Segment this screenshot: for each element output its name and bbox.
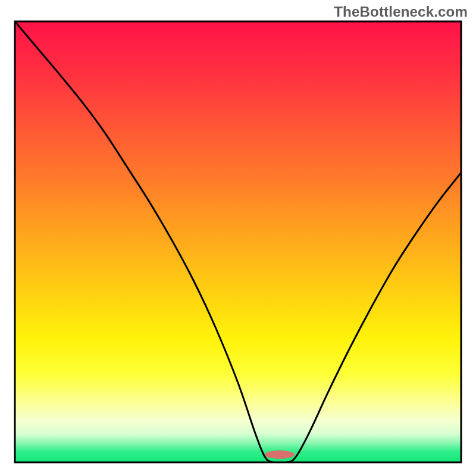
bottleneck-chart bbox=[0, 0, 476, 476]
gradient-background bbox=[15, 21, 461, 462]
optimal-marker bbox=[265, 450, 295, 459]
